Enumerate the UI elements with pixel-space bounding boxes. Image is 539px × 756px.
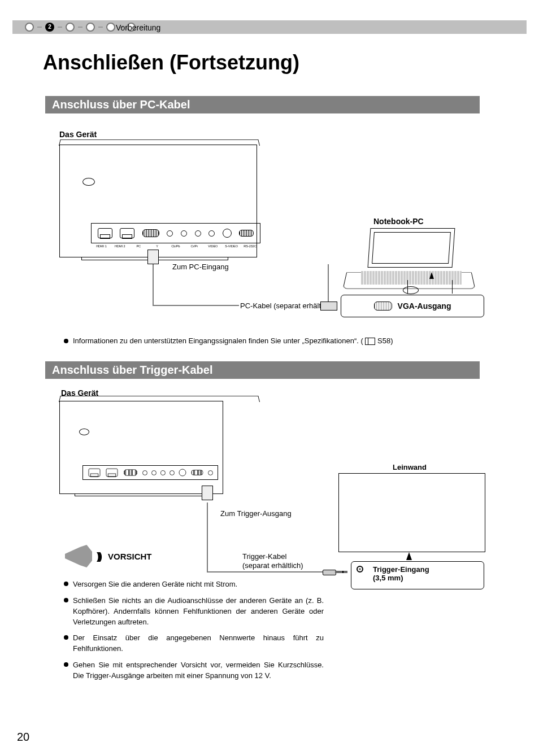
port-panel — [82, 465, 218, 480]
trigger-port-icon — [208, 470, 213, 475]
notebook-pc-label: Notebook-PC — [373, 217, 424, 226]
trigger-cable-line2: (separat erhältlich) — [242, 561, 303, 570]
vga-plug-icon — [320, 301, 337, 311]
svideo-port-icon — [179, 469, 186, 477]
megaphone-icon — [65, 545, 92, 567]
vga-port-icon — [374, 301, 392, 311]
step-line — [37, 27, 42, 28]
bullet-icon — [64, 598, 68, 602]
port-label: RS-232C — [241, 244, 259, 248]
rca-port-icon — [142, 470, 147, 475]
projector-icon: HDMI 1 HDMI 2 PC Y Cb/Pb Cr/Pr VIDEO S-V… — [59, 145, 257, 257]
step-line — [78, 27, 82, 28]
page-title: Anschließen (Fortsetzung) — [43, 51, 299, 75]
caution-item: Der Einsatz über die angegebenen Nennwer… — [64, 633, 324, 654]
diagram-trigger-connection: Zum Trigger-Ausgang Trigger-Kabel (separ… — [59, 401, 485, 587]
trigger-cable-label: Trigger-Kabel (separat erhältlich) — [242, 552, 303, 570]
port-label: S-VIDEO — [222, 244, 241, 248]
rca-port-icon — [169, 470, 175, 475]
svideo-port-icon — [223, 229, 232, 238]
section-heading-trigger-cable: Anschluss über Trigger-Kabel — [45, 361, 480, 379]
screen-label: Leinwand — [393, 463, 427, 471]
info-note: Informationen zu den unterstützten Einga… — [64, 337, 393, 345]
jack-plug-icon — [323, 568, 352, 576]
rca-port-icon — [195, 230, 201, 237]
step-line — [98, 27, 103, 28]
rca-port-icon — [167, 230, 173, 237]
caution-text: Gehen Sie mit entsprechender Vorsicht vo… — [73, 660, 324, 681]
port-labels-row: HDMI 1 HDMI 2 PC Y Cb/Pb Cr/Pr VIDEO S-V… — [91, 244, 260, 248]
trigger-input-callout: Trigger-Eingang (3,5 mm) — [351, 561, 484, 589]
step-line — [58, 27, 62, 28]
hdmi-port-icon — [98, 228, 112, 238]
projector-lens-icon — [82, 178, 95, 186]
step-3 — [66, 23, 75, 32]
to-trigger-output-label: Zum Trigger-Ausgang — [220, 509, 292, 518]
page-number: 20 — [17, 731, 29, 744]
section-heading-pc-cable: Anschluss über PC-Kabel — [45, 96, 480, 113]
step-5 — [106, 23, 115, 32]
callout-arrow — [406, 552, 412, 560]
port-label: Cr/Pr — [185, 244, 203, 248]
diagram-pc-connection: HDMI 1 HDMI 2 PC Y Cb/Pb Cr/Pr VIDEO S-V… — [59, 145, 485, 337]
to-pc-input-label: Zum PC-Eingang — [172, 263, 229, 271]
bullet-icon — [64, 339, 68, 343]
callout-arrow — [407, 280, 453, 294]
rca-port-icon — [160, 470, 166, 475]
projection-screen-icon — [338, 473, 485, 552]
plug-icon-wrap — [320, 301, 337, 311]
caution-text: Versorgen Sie die anderen Geräte nicht m… — [73, 579, 237, 590]
caution-item: Gehen Sie mit entsprechender Vorsicht vo… — [64, 660, 324, 681]
bullet-icon — [64, 635, 68, 640]
projector-base — [75, 493, 205, 496]
caution-label: VORSICHT — [108, 552, 152, 561]
trigger-input-label-line2: (3,5 mm) — [373, 574, 403, 582]
caution-text: Schließen Sie nichts an die Audioanschlü… — [73, 596, 324, 628]
step-4 — [86, 23, 95, 32]
hdmi-port-icon — [88, 469, 100, 477]
sound-waves-icon: ))) — [97, 550, 100, 562]
port-label: Cb/Pb — [167, 244, 185, 248]
rca-port-icon — [208, 230, 215, 237]
port-label: VIDEO — [203, 244, 222, 248]
port-label: HDMI 2 — [111, 244, 129, 248]
serial-port-icon — [239, 230, 254, 237]
port-label: Y — [148, 244, 167, 248]
note-text: Informationen zu den unterstützten Einga… — [73, 337, 363, 345]
vga-port-icon — [142, 229, 159, 237]
vga-output-label: VGA-Ausgang — [398, 301, 451, 311]
caution-item: Versorgen Sie die anderen Geräte nicht m… — [64, 579, 324, 590]
serial-port-icon — [192, 470, 203, 475]
step-1 — [25, 23, 34, 32]
projector-icon — [59, 401, 223, 494]
trigger-input-label-line1: Trigger-Eingang — [373, 565, 429, 574]
caution-list: Versorgen Sie die anderen Geräte nicht m… — [64, 579, 324, 687]
step-2-active: 2 — [45, 23, 54, 32]
note-page-ref: S58) — [377, 337, 393, 345]
port-label: PC — [129, 244, 148, 248]
vga-output-callout: VGA-Ausgang — [341, 295, 484, 317]
hdmi-port-icon — [106, 469, 118, 477]
caution-item: Schließen Sie nichts an die Audioanschlü… — [64, 596, 324, 628]
rca-port-icon — [181, 230, 187, 237]
header-section-label: Vorbereitung — [116, 23, 160, 32]
port-label: HDMI 1 — [92, 244, 111, 248]
page-reference-icon — [365, 338, 375, 345]
hdmi-port-icon — [120, 228, 134, 238]
bullet-icon — [64, 662, 68, 667]
notebook-screen — [368, 228, 455, 268]
caution-header: ))) VORSICHT — [65, 545, 152, 567]
trigger-cable-line1: Trigger-Kabel — [242, 552, 286, 561]
caution-text: Der Einsatz über die angegebenen Nennwer… — [73, 633, 324, 654]
projector-lens-icon — [79, 429, 89, 435]
rca-port-icon — [151, 470, 157, 475]
bullet-icon — [64, 582, 68, 586]
vga-port-icon — [124, 469, 137, 475]
jack-connector-icon — [202, 486, 213, 500]
vga-connector-icon — [147, 250, 159, 264]
port-panel — [91, 223, 260, 243]
device-label-1: Das Gerät — [59, 130, 97, 139]
